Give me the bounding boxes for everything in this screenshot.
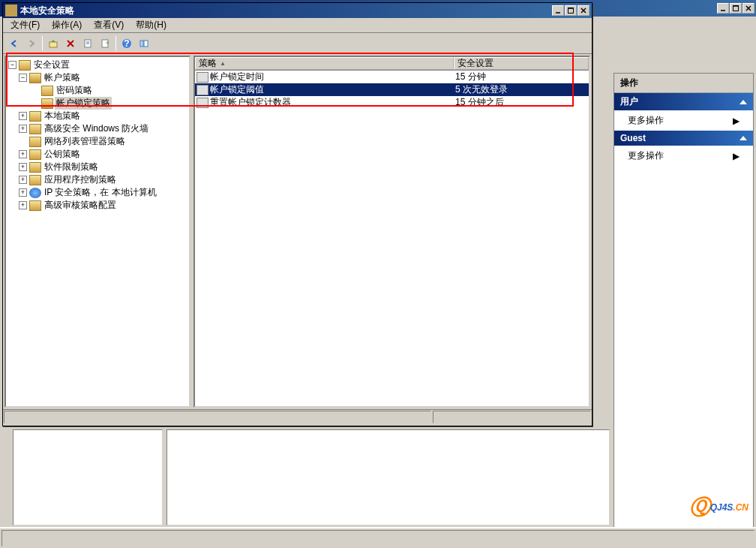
tree-audit-policy[interactable]: + 高级审核策略配置 xyxy=(6,199,189,212)
main-titlebar[interactable]: 本地安全策略 xyxy=(3,3,592,18)
menu-help[interactable]: 帮助(H) xyxy=(130,17,172,33)
show-hide-button[interactable] xyxy=(136,35,152,52)
tree-label-selected: 帐户锁定策略 xyxy=(55,97,112,110)
sort-asc-icon: ▲ xyxy=(220,60,226,67)
tree-root[interactable]: − 安全设置 xyxy=(6,59,189,71)
collapse-arrow-icon xyxy=(740,136,747,140)
tree-label: 高级安全 Windows 防火墙 xyxy=(43,122,150,135)
statusbar xyxy=(3,409,592,424)
folder-icon xyxy=(29,124,41,134)
col-security-label: 安全设置 xyxy=(458,57,494,70)
policy-item-icon xyxy=(196,72,208,83)
expand-icon[interactable]: + xyxy=(19,188,27,197)
svg-rect-19 xyxy=(140,41,143,47)
tree-spacer xyxy=(31,86,39,95)
back-button[interactable] xyxy=(6,35,22,52)
folder-icon xyxy=(41,86,53,96)
tree-ip-security[interactable]: + IP 安全策略，在 本地计算机 xyxy=(6,186,189,199)
svg-text:?: ? xyxy=(124,38,129,49)
cell-value: 15 分钟 xyxy=(454,71,589,83)
list-row[interactable]: 重置帐户锁定计数器 15 分钟之后 xyxy=(195,96,589,109)
security-icon xyxy=(19,60,31,71)
menu-view[interactable]: 查看(V) xyxy=(88,17,130,33)
tree-firewall[interactable]: + 高级安全 Windows 防火墙 xyxy=(6,122,189,135)
tree-lockout-policy[interactable]: 帐户锁定策略 xyxy=(6,97,189,110)
col-header-policy[interactable]: 策略 ▲ xyxy=(195,57,454,70)
expand-icon[interactable]: + xyxy=(19,163,27,171)
watermark-suffix: .CN xyxy=(733,502,748,513)
taskbar-item[interactable] xyxy=(2,530,754,546)
expand-icon[interactable]: + xyxy=(19,112,27,120)
main-window: 本地安全策略 文件(F) 操作(A) 查看(V) 帮助(H) ? − xyxy=(2,2,592,426)
list-header: 策略 ▲ 安全设置 xyxy=(195,57,589,71)
cell-value: 5 次无效登录 xyxy=(454,83,589,96)
actions-section-guest[interactable]: Guest xyxy=(614,131,753,146)
tree-label: 高级审核策略配置 xyxy=(43,199,118,212)
expand-icon[interactable]: + xyxy=(19,201,27,209)
list-row[interactable]: 帐户锁定时间 15 分钟 xyxy=(195,71,589,83)
actions-section-user[interactable]: 用户 xyxy=(614,93,753,110)
menu-action[interactable]: 操作(A) xyxy=(46,17,88,33)
tree-label: 本地策略 xyxy=(43,110,82,122)
tree-software-restriction[interactable]: + 软件限制策略 xyxy=(6,161,189,173)
folder-open-icon xyxy=(41,98,53,109)
collapse-icon[interactable]: − xyxy=(19,74,27,82)
expand-icon[interactable]: + xyxy=(19,176,27,184)
maximize-button[interactable] xyxy=(565,5,577,16)
expand-icon[interactable]: + xyxy=(19,125,27,133)
toolbar: ? xyxy=(3,33,592,54)
policy-item-icon xyxy=(196,85,208,95)
lower-left-panel xyxy=(13,429,163,525)
tree-password-policy[interactable]: 密码策略 xyxy=(6,84,189,97)
folder-icon xyxy=(29,175,41,185)
tree-account-policy[interactable]: − 帐户策略 xyxy=(6,71,189,84)
watermark-logo-icon: Ⓠ xyxy=(689,493,710,522)
help-button[interactable]: ? xyxy=(118,35,135,52)
bg-close-button[interactable] xyxy=(742,3,754,14)
tree-network-list[interactable]: 网络列表管理器策略 xyxy=(6,135,189,148)
bg-right-pane: 操作 用户 更多操作 ▶ Guest 更多操作 xyxy=(611,17,756,548)
actions-panel: 操作 用户 更多操作 ▶ Guest 更多操作 xyxy=(614,73,754,529)
svg-rect-10 xyxy=(50,42,57,47)
forward-button[interactable] xyxy=(23,35,40,52)
menu-file[interactable]: 文件(F) xyxy=(4,17,46,33)
tree-local-policy[interactable]: + 本地策略 xyxy=(6,110,189,122)
tree-label: 帐户策略 xyxy=(43,71,82,84)
col-header-security[interactable]: 安全设置 xyxy=(454,57,589,70)
tree-spacer xyxy=(19,137,27,146)
actions-more-user[interactable]: 更多操作 ▶ xyxy=(614,110,753,131)
more-label: 更多操作 xyxy=(628,149,664,162)
tree-label: 网络列表管理器策略 xyxy=(43,135,127,148)
properties-button[interactable] xyxy=(80,35,96,52)
minimize-button[interactable] xyxy=(552,5,564,16)
taskbar xyxy=(0,527,756,548)
actions-more-guest[interactable]: 更多操作 ▶ xyxy=(614,146,753,166)
tree-label: 密码策略 xyxy=(55,84,94,97)
list-panel: 策略 ▲ 安全设置 帐户锁定时间 15 分钟 xyxy=(194,56,590,408)
tree-app-control[interactable]: + 应用程序控制策略 xyxy=(6,173,189,186)
tree-label: 应用程序控制策略 xyxy=(43,173,118,186)
cell-policy: 重置帐户锁定计数器 xyxy=(210,96,291,109)
collapse-arrow-icon xyxy=(740,100,747,104)
export-button[interactable] xyxy=(97,35,113,52)
toolbar-separator xyxy=(116,36,116,51)
section-guest-label: Guest xyxy=(620,133,646,143)
up-button[interactable] xyxy=(45,35,62,52)
lower-mid-panel xyxy=(166,429,610,525)
delete-button[interactable] xyxy=(62,35,79,52)
close-button[interactable] xyxy=(578,5,590,16)
collapse-icon[interactable]: − xyxy=(8,61,16,69)
app-icon xyxy=(5,5,17,17)
globe-icon xyxy=(29,188,41,198)
expand-icon[interactable]: + xyxy=(19,150,27,158)
cell-policy: 帐户锁定阈值 xyxy=(210,83,264,96)
col-policy-label: 策略 xyxy=(199,57,217,70)
tree-label: 软件限制策略 xyxy=(43,161,100,173)
tree-panel[interactable]: − 安全设置 − 帐户策略 密码策略 帐户锁定策略 xyxy=(4,56,190,408)
status-cell xyxy=(4,411,431,423)
bg-maximize-button[interactable] xyxy=(730,3,742,14)
tree-public-key[interactable]: + 公钥策略 xyxy=(6,148,189,161)
list-row-selected[interactable]: 帐户锁定阈值 5 次无效登录 xyxy=(195,83,589,96)
bg-minimize-button[interactable] xyxy=(717,3,729,14)
folder-icon xyxy=(29,149,41,160)
